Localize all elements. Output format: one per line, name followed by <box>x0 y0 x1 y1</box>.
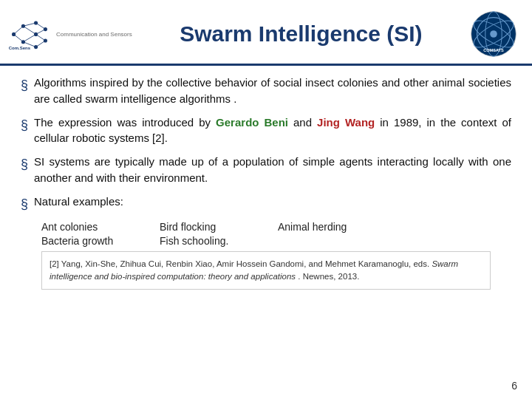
examples-row-1: Ant colonies Bird flocking Animal herdin… <box>41 221 511 233</box>
bullet-item-1: § Algorithms inspired by the collective … <box>21 75 511 107</box>
logo-subtitle: Communication and Sensors <box>56 31 132 38</box>
jing-wang-highlight: Jing Wang <box>317 116 375 129</box>
svg-point-24 <box>490 30 497 38</box>
bullet-item-2: § The expression was introduced by Gerar… <box>21 115 511 147</box>
text-intelligence-algorithms: intelligence algorithms <box>121 92 231 105</box>
bullet-symbol-4: § <box>21 194 28 214</box>
example-animal-herding: Animal herding <box>278 221 396 233</box>
logo-text-block: Communication and Sensors <box>56 31 132 38</box>
bullet-symbol-1: § <box>21 75 28 95</box>
svg-point-16 <box>44 27 47 31</box>
example-ant-colonies: Ant colonies <box>41 221 160 233</box>
bullet-symbol-3: § <box>21 154 28 174</box>
svg-point-10 <box>12 33 16 36</box>
svg-point-17 <box>44 38 47 42</box>
comsens-logo-graphic: Com.Sens <box>7 16 52 52</box>
svg-point-15 <box>34 45 38 49</box>
svg-point-14 <box>34 33 38 36</box>
page-number: 6 <box>511 380 517 392</box>
reference-publisher: . Newnes, 2013. <box>298 272 359 281</box>
svg-text:COMSATS: COMSATS <box>483 48 504 52</box>
svg-line-2 <box>23 23 35 26</box>
natural-examples-label: Natural examples: <box>34 194 123 210</box>
reference-box: [2] Yang, Xin-She, Zhihua Cui, Renbin Xi… <box>41 251 491 290</box>
svg-line-4 <box>23 34 35 41</box>
text-and: and <box>381 76 400 89</box>
bullet-item-4: § Natural examples: <box>21 194 511 214</box>
example-fish-schooling: Fish schooling. <box>160 235 278 247</box>
svg-text:Com.Sens: Com.Sens <box>9 46 31 50</box>
svg-point-12 <box>21 40 25 44</box>
example-bacteria-growth: Bacteria growth <box>41 235 160 247</box>
bullet-item-3: § SI systems are typically made up of a … <box>21 154 511 186</box>
slide: Com.Sens Communication and Sensors Swarm… <box>0 0 532 399</box>
bullet-symbol-2: § <box>21 115 28 134</box>
bullet-text-3: SI systems are typically made up of a po… <box>34 154 511 186</box>
svg-line-3 <box>23 26 35 34</box>
slide-title: Swarm Intelligence (SI) <box>132 21 470 47</box>
gerardo-beni-highlight: Gerardo Beni <box>216 116 288 129</box>
reference-authors: Yang, Xin-She, Zhihua Cui, Renbin Xiao, … <box>61 259 429 268</box>
comsats-logo: COMSATS <box>470 10 517 58</box>
svg-point-11 <box>21 24 25 28</box>
logo-area: Com.Sens Communication and Sensors <box>7 16 132 52</box>
bullet-text-1: Algorithms inspired by the collective be… <box>34 75 511 107</box>
slide-header: Com.Sens Communication and Sensors Swarm… <box>0 0 532 66</box>
examples-row-2: Bacteria growth Fish schooling. <box>41 235 511 247</box>
slide-content: § Algorithms inspired by the collective … <box>0 66 532 296</box>
examples-grid: Ant colonies Bird flocking Animal herdin… <box>41 221 511 247</box>
bullet-text-2: The expression was introduced by Gerardo… <box>34 115 511 147</box>
text-with: with <box>468 155 488 168</box>
text-other: other <box>403 76 429 89</box>
example-bird-flocking: Bird flocking <box>160 221 278 233</box>
svg-point-13 <box>34 21 38 24</box>
reference-number: [2] <box>50 259 59 268</box>
